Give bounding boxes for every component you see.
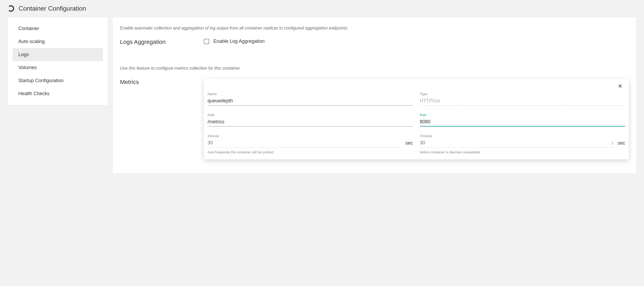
metrics-interval-label: Interval [208, 134, 413, 138]
metrics-name-input[interactable] [208, 97, 413, 106]
sidebar-item-container[interactable]: Container [13, 22, 103, 35]
spinner-down-icon[interactable]: ▼ [611, 144, 614, 145]
logs-aggregation-title: Logs Aggregation [120, 39, 193, 45]
svg-point-0 [8, 6, 14, 11]
sidebar-item-health-checks[interactable]: Health Checks [13, 87, 103, 100]
metrics-timeout-field: Timeout ▲ ▼ sec before container is deem… [420, 134, 625, 154]
metrics-type-input [420, 97, 625, 106]
metrics-interval-suffix: sec [405, 140, 413, 148]
main-panel: Enable automatic collection and aggregat… [112, 17, 637, 174]
metrics-port-input[interactable] [420, 118, 625, 127]
logs-description: Enable automatic collection and aggregat… [120, 26, 629, 31]
metrics-card: ✕ Name Type Path [204, 79, 629, 159]
metrics-title: Metrics [120, 79, 193, 86]
metrics-description: Use this feature to configure metrics co… [120, 66, 629, 71]
metrics-timeout-help: before container is deemed unavailable [420, 150, 625, 154]
metrics-timeout-label: Timeout [420, 134, 625, 138]
metrics-port-field: Port [420, 113, 625, 127]
sidebar-item-auto-scaling[interactable]: Auto-scaling [13, 35, 103, 48]
logs-section-row: Logs Aggregation Enable Log Aggregation [120, 39, 629, 45]
sidebar-item-volumes[interactable]: Volumes [13, 61, 103, 74]
sidebar-item-startup-configuration[interactable]: Startup Configuration [13, 74, 103, 87]
page-title: Container Configuration [19, 5, 86, 12]
metrics-timeout-input[interactable] [420, 139, 614, 148]
metrics-interval-help: how frequently the container will be pro… [208, 150, 413, 154]
enable-log-aggregation-label: Enable Log Aggregation [213, 39, 265, 44]
metrics-path-input[interactable] [208, 118, 413, 127]
metrics-timeout-spinner: ▲ ▼ [611, 142, 614, 145]
metrics-type-field: Type [420, 92, 625, 106]
close-icon: ✕ [618, 83, 622, 89]
metrics-timeout-suffix: sec [618, 140, 625, 148]
metrics-close-button[interactable]: ✕ [617, 82, 624, 90]
page-header: Container Configuration [0, 0, 644, 17]
metrics-path-label: Path [208, 113, 413, 117]
metrics-type-label: Type [420, 92, 625, 96]
sidebar-item-logs[interactable]: Logs [13, 48, 103, 61]
enable-log-aggregation-row: Enable Log Aggregation [204, 39, 265, 44]
section-divider [120, 59, 629, 59]
container-progress-icon [7, 5, 14, 12]
metrics-name-field: Name [208, 92, 413, 106]
metrics-interval-field: Interval sec how frequently the containe… [208, 134, 413, 154]
metrics-port-label: Port [420, 113, 625, 117]
sidebar-nav: Container Auto-scaling Logs Volumes Star… [7, 17, 108, 105]
metrics-interval-input[interactable] [208, 139, 402, 148]
metrics-name-label: Name [208, 92, 413, 96]
metrics-path-field: Path [208, 113, 413, 127]
enable-log-aggregation-checkbox[interactable] [204, 39, 209, 44]
